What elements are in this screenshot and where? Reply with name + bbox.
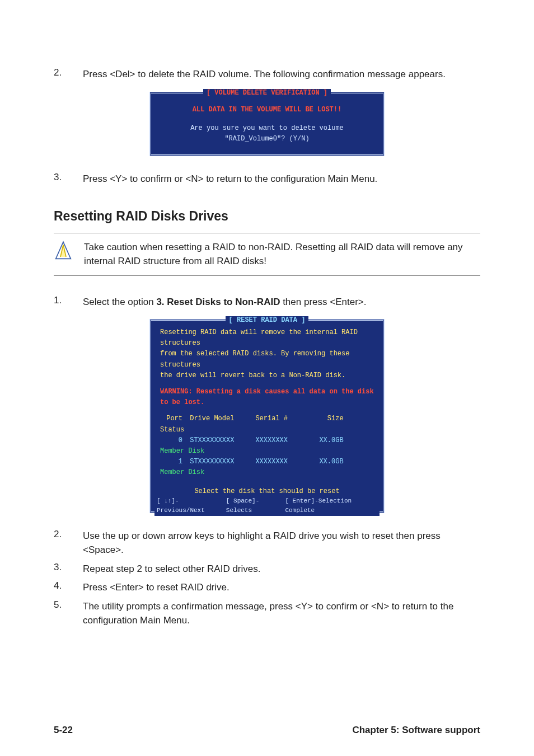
step-number: 3.: [54, 172, 67, 186]
table-row: 1 STXXXXXXXXX XXXXXXXX XX.0GB Member Dis…: [160, 457, 374, 478]
reset-raid-dialog: [ RESET RAID DATA ] Resetting RAID data …: [149, 319, 385, 513]
dialog-warning: ALL DATA IN THE VOLUME WILL BE LOST!!: [160, 105, 374, 115]
step-number: 5.: [54, 599, 67, 628]
step-text: Press <Del> to delete the RAID volume. T…: [83, 67, 446, 82]
dialog-footer-keys: [ ↓↑]-Previous/Next [ Space]-Selects [ E…: [154, 496, 380, 516]
step-number: 4.: [54, 580, 67, 595]
caution-text: Take caution when resetting a RAID to no…: [84, 240, 480, 269]
chapter-title: Chapter 5: Software support: [352, 725, 480, 736]
volume-delete-dialog: [ VOLUME DELETE VERIFICATION ] ALL DATA …: [149, 92, 385, 157]
page-number: 5-22: [54, 725, 73, 736]
dialog-prompt: Are you sure you want to delete volume "…: [160, 123, 374, 144]
dialog-body-line: Resetting RAID data will remove the inte…: [160, 327, 374, 349]
table-header: Port Drive Model Serial # Size Status: [160, 414, 374, 435]
step-text: The utility prompts a confirmation messa…: [83, 599, 480, 628]
section-heading-reset-raid: Resetting RAID Disks Drives: [54, 209, 480, 224]
disk-table: Port Drive Model Serial # Size Status 0 …: [160, 414, 374, 478]
step-number: 1.: [54, 295, 67, 309]
dialog-title: [ VOLUME DELETE VERIFICATION ]: [151, 88, 383, 98]
dialog-title: [ RESET RAID DATA ]: [151, 315, 383, 326]
step-number: 2.: [54, 529, 67, 557]
step-text: Select the option 3. Reset Disks to Non-…: [83, 295, 366, 309]
reset-step-3: 3. Repeat step 2 to select other RAID dr…: [54, 562, 480, 576]
dialog-warning: WARNING: Resetting a disk causes all dat…: [160, 387, 374, 408]
reset-step-4: 4. Press <Enter> to reset RAID drive.: [54, 580, 480, 595]
step-3: 3. Press <Y> to confirm or <N> to return…: [54, 172, 480, 186]
step-text: Repeat step 2 to select other RAID drive…: [83, 562, 261, 576]
reset-step-1: 1. Select the option 3. Reset Disks to N…: [54, 295, 480, 309]
table-row: 0 STXXXXXXXXX XXXXXXXX XX.0GB Member Dis…: [160, 435, 374, 457]
caution-note: Take caution when resetting a RAID to no…: [54, 233, 480, 276]
dialog-body-line: the drive will revert back to a Non-RAID…: [160, 370, 374, 381]
caution-icon: [54, 240, 73, 262]
dialog-body-line: from the selected RAID disks. By removin…: [160, 349, 374, 370]
step-text: Use the up or down arrow keys to highlig…: [83, 529, 480, 557]
page-footer: 5-22 Chapter 5: Software support: [54, 725, 480, 736]
reset-step-2: 2. Use the up or down arrow keys to high…: [54, 529, 480, 557]
step-number: 3.: [54, 562, 67, 576]
step-text: Press <Y> to confirm or <N> to return to…: [83, 172, 377, 186]
step-2: 2. Press <Del> to delete the RAID volume…: [54, 67, 480, 82]
step-text: Press <Enter> to reset RAID drive.: [83, 580, 229, 595]
dialog-instruction: Select the disk that should be reset: [160, 486, 374, 497]
step-number: 2.: [54, 67, 67, 82]
reset-step-5: 5. The utility prompts a confirmation me…: [54, 599, 480, 628]
